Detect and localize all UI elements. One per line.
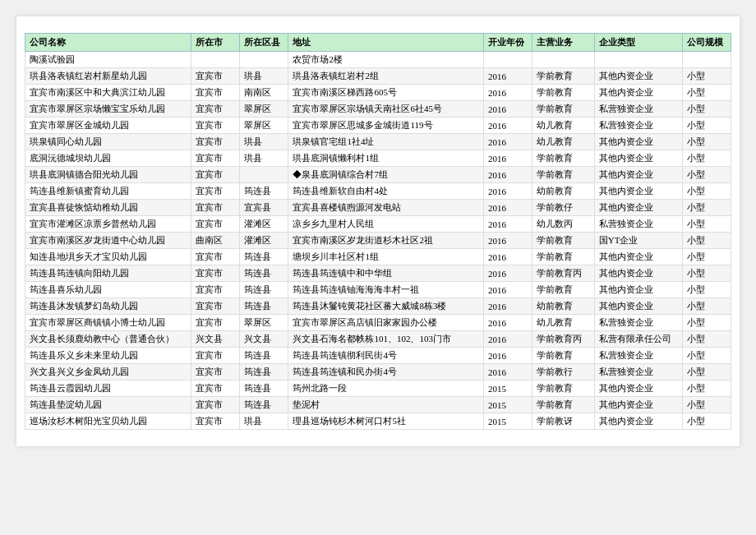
table-cell: 小型 [682,380,731,397]
table-cell: 小型 [682,397,731,413]
table-cell: 私营独资企业 [594,364,682,380]
table-cell: 珙泉镇官宅组1社4址 [288,134,483,150]
table-cell: 小型 [682,183,731,200]
table-cell: 小型 [682,68,731,85]
table-cell: 私营独资企业 [594,348,682,364]
table-cell: 2016 [483,200,532,216]
table-cell: 2016 [483,364,532,380]
table-cell: 筠连县乐义乡未来里幼儿园 [25,348,191,364]
table-cell: 垫泥村 [288,397,483,413]
table-cell: 小型 [682,216,731,233]
table-cell: 筠连县筠连镇铀海海海丰村一祖 [288,282,483,298]
table-cell: 筠连县筠连镇彻利民街4号 [288,348,483,364]
table-cell: 幼儿数丙 [532,216,595,233]
table-cell: 幼前教育 [532,183,595,200]
table-cell: 珙县 [240,134,288,150]
table-cell: 筠连县云霞园幼儿园 [25,380,191,397]
table-cell: 小型 [682,85,731,101]
table-cell: 农贸市场2楼 [288,52,483,68]
table-cell: 珙县洛表镇红岩村新星幼儿园 [25,68,191,85]
table-cell: 珙县洛表镇红岩村2组 [288,68,483,85]
table-header-row: 公司名称 所在市 所在区县 地址 开业年份 主营业务 企业类型 公司规模 [25,34,731,52]
table-cell: 学前教仔 [532,200,595,216]
table-cell: 宜宾市 [191,380,239,397]
table-cell: 小型 [682,200,731,216]
table-row: 兴文县兴义乡金凤幼儿园宜宾市筠连县筠连县筠连镇和民办街4号2016学前教行私营独… [25,364,731,380]
table-cell: 宜宾市翠屏区商镇镇小博士幼儿园 [25,315,191,331]
table-cell: 宜宾市 [191,282,239,298]
table-cell: 2016 [483,183,532,200]
table-cell: 其他内资企业 [594,167,682,183]
table-cell: 2016 [483,265,532,282]
table-cell: 其他内资企业 [594,298,682,315]
table-cell: 筠连县沐发镇梦幻岛幼儿园 [25,298,191,315]
table-cell: 宜宾市 [191,397,239,413]
table-row: 底洞沅德城坝幼儿园宜宾市珙县珙县底洞镇懒利村1组2016学前教育其他内资企业小型 [25,150,731,167]
table-cell: 凉乡乡九里村人民组 [288,216,483,233]
table-cell: 宜宾市 [191,348,239,364]
header-city: 所在市 [191,34,239,52]
table-row: 宜宾县喜徒恢惦幼稚幼儿园宜宾市宜宾县宜宾县喜楼镇煦源河发电站2016学前教仔其他… [25,200,731,216]
table-cell: 学前教育 [532,282,595,298]
table-cell: 翠屏区 [240,118,288,134]
table-cell: 宜宾市 [191,85,239,101]
table-cell: 学前教育 [532,348,595,364]
table-cell: 兴文县 [191,331,239,348]
table-cell: 珙县底洞镇德合阳光幼儿园 [25,167,191,183]
table-cell: 宜宾市 [191,150,239,167]
table-cell: 兴文县石海名都帙栋101、102、103门市 [288,331,483,348]
table-cell: 幼儿教育 [532,118,595,134]
header-size: 公司规模 [682,34,731,52]
table-cell: 学前教育 [532,380,595,397]
table-cell: 其他内资企业 [594,183,682,200]
table-cell: 私营独资企业 [594,101,682,118]
table-cell: 珙县 [240,150,288,167]
table-cell: 筠连县沐鬘钝黄花社区蕃大威城8栋3楼 [288,298,483,315]
table-row: 宜宾市南溪区中和大典滨江幼儿园宜宾市南南区宜宾市南溪区梯西路605号2016学前… [25,85,731,101]
table-row: 宜宾市南溪区岁龙街道中心幼儿园曲南区灌滩区宜宾市南溪区岁龙街道杉木社区2祖201… [25,233,731,249]
table-cell: 兴文县长须鹿幼教中心（普通合伙） [25,331,191,348]
table-cell: 学前教育 [532,397,595,413]
header-year: 开业年份 [483,34,532,52]
table-cell: 小型 [682,167,731,183]
table-cell: 小型 [682,298,731,315]
table-cell: 其他内资企业 [594,150,682,167]
table-cell: 私营独资企业 [594,118,682,134]
table-cell: 其他内资企业 [594,68,682,85]
table-row: 筠连县筠连镇向阳幼儿园宜宾市筠连县筠连县筠连镇中和中华组2016学前教育丙其他内… [25,265,731,282]
table-cell: 2015 [483,380,532,397]
table-row: 知连县地埧乡天才宝贝幼儿园宜宾市筠连县塘坝乡川丰社区村1组2016学前教育其他内… [25,249,731,265]
table-cell [240,52,288,68]
table-cell: 2016 [483,101,532,118]
table-row: 筠连县云霞园幼儿园宜宾市筠连县筠州北路一段2015学前教育其他内资企业小型 [25,380,731,397]
table-cell: 2016 [483,68,532,85]
table-cell: 幼儿教育 [532,315,595,331]
table-cell: 学前教育丙 [532,331,595,348]
table-row: 筠连县维新镇蜜育幼儿园宜宾市筠连县筠连县维新软自由村4处2016幼前教育其他内资… [25,183,731,200]
table-cell: 小型 [682,233,731,249]
data-table: 公司名称 所在市 所在区县 地址 开业年份 主营业务 企业类型 公司规模 陶溪试… [25,33,731,430]
table-cell: 筠连县 [240,183,288,200]
header-type: 企业类型 [594,34,682,52]
table-cell: 其他内资企业 [594,265,682,282]
table-cell: 珙县 [240,413,288,430]
table-cell: 2016 [483,348,532,364]
table-cell: 学前教育 [532,68,595,85]
table-cell: 筠连县垫淀幼儿园 [25,397,191,413]
table-cell: 宜宾市南溪区岁龙街道中心幼儿园 [25,233,191,249]
table-cell: 筠连县 [240,298,288,315]
table-row: 宜宾市翠屏区商镇镇小博士幼儿园宜宾市翠屏区宜宾市翠屏区高店镇旧家家园办公楼201… [25,315,731,331]
table-cell: 筠连县筠连镇和民办街4号 [288,364,483,380]
table-row: 巡场汝杉木树阳光宝贝幼儿园宜宾市珙县理县巡场钝杉木树河口村5社2015学前教讶其… [25,413,731,430]
table-cell: 国YT企业 [594,233,682,249]
table-cell: 宜宾市灌滩区凉票乡普然幼儿园 [25,216,191,233]
table-cell: 小型 [682,134,731,150]
table-cell: 私营独资企业 [594,315,682,331]
table-cell: 筠连县筠连镇中和中华组 [288,265,483,282]
table-row: 筠连县喜乐幼儿园宜宾市筠连县筠连县筠连镇铀海海海丰村一祖2016学前教育其他内资… [25,282,731,298]
table-cell: 陶溪试验园 [25,52,191,68]
table-cell: 宜宾市南溪区中和大典滨江幼儿园 [25,85,191,101]
table-row: 筠连县垫淀幼儿园宜宾市筠连县垫泥村2015学前教育其他内资企业小型 [25,397,731,413]
table-cell: 2016 [483,249,532,265]
table-cell [240,167,288,183]
